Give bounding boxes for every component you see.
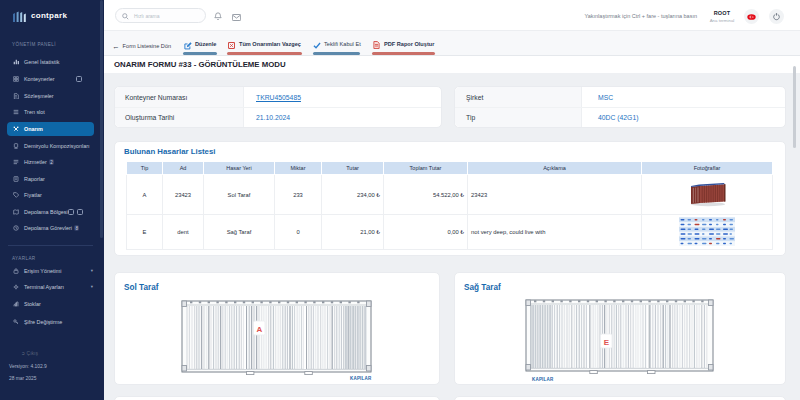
svg-text:A: A bbox=[257, 325, 263, 334]
svg-text:E: E bbox=[604, 338, 610, 347]
